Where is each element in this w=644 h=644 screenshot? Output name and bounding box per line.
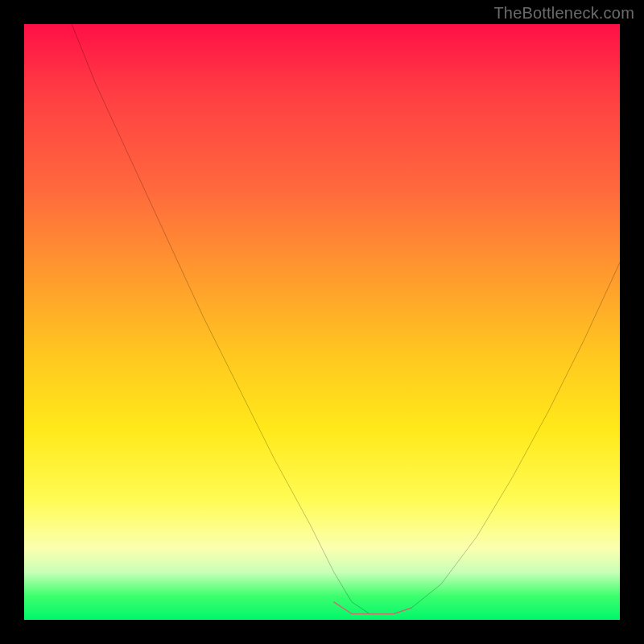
optimal-band [334, 602, 411, 614]
chart-frame: TheBottleneck.com [0, 0, 644, 644]
bottleneck-curve [72, 24, 620, 614]
plot-area [24, 24, 620, 620]
curve-layer [24, 24, 620, 620]
watermark-text: TheBottleneck.com [493, 4, 634, 23]
